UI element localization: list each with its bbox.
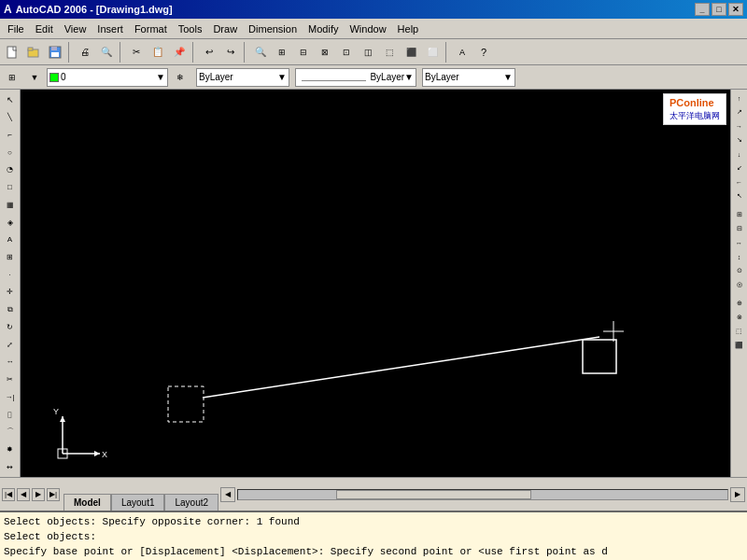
rt-btn10[interactable]: ⊟: [733, 222, 746, 235]
preview-btn[interactable]: 🔍: [96, 42, 117, 63]
select-btn[interactable]: ↖: [2, 91, 19, 108]
polyline-btn[interactable]: ⌐: [2, 126, 19, 143]
menu-insert[interactable]: Insert: [92, 21, 129, 36]
text-btn[interactable]: A: [2, 231, 19, 248]
scale-btn[interactable]: ⤢: [2, 336, 19, 353]
minimize-btn[interactable]: _: [695, 3, 710, 16]
close-btn[interactable]: ✕: [728, 3, 743, 16]
zoom5-btn[interactable]: ⊡: [336, 42, 357, 63]
rt-btn8[interactable]: ↖: [733, 189, 746, 203]
extend-btn[interactable]: →|: [2, 388, 19, 405]
menu-tools[interactable]: Tools: [173, 21, 208, 36]
menu-help[interactable]: Help: [392, 21, 425, 36]
open-btn[interactable]: [23, 42, 44, 63]
color-combo[interactable]: ByLayer ▼: [196, 68, 289, 87]
move-btn[interactable]: ✛: [2, 284, 19, 301]
rect-btn[interactable]: □: [2, 179, 19, 196]
hscroll-track[interactable]: [237, 489, 728, 500]
break-btn[interactable]: ⌷: [2, 406, 19, 423]
print-btn[interactable]: 🖨: [75, 42, 95, 63]
linetype-combo[interactable]: ByLayer ▼: [295, 68, 416, 87]
tab-layout1[interactable]: Layout1: [111, 494, 165, 511]
distance-btn[interactable]: ↭: [2, 458, 19, 475]
layer-mgr-btn[interactable]: ⊞: [2, 67, 22, 88]
menu-edit[interactable]: Edit: [30, 21, 59, 36]
hscroll-thumb[interactable]: [336, 490, 532, 499]
layer-states-btn[interactable]: ▼: [24, 67, 45, 88]
rt-btn5[interactable]: ↓: [733, 147, 746, 161]
zoom9-btn[interactable]: ⬜: [422, 42, 443, 63]
redo-btn[interactable]: ↪: [220, 42, 241, 63]
menu-dimension[interactable]: Dimension: [243, 21, 303, 36]
cmd-line1: Select objects: Specify opposite corner:…: [4, 514, 743, 529]
arc-btn[interactable]: ◔: [2, 161, 19, 178]
menu-file[interactable]: File: [2, 21, 30, 36]
zoom8-btn[interactable]: ⬛: [401, 42, 421, 63]
point-btn[interactable]: ·: [2, 266, 19, 283]
rt-btn14[interactable]: ◎: [733, 278, 746, 291]
rt-btn6[interactable]: ↙: [733, 161, 746, 175]
zoom4-btn[interactable]: ⊠: [315, 42, 335, 63]
rt-btn13[interactable]: ⊙: [733, 264, 746, 277]
zoom7-btn[interactable]: ⬚: [379, 42, 400, 63]
new-btn[interactable]: [2, 42, 22, 63]
rt-btn16[interactable]: ⊗: [733, 311, 746, 324]
save-btn[interactable]: [45, 42, 65, 63]
rt-btn15[interactable]: ⊕: [733, 297, 746, 310]
circle-btn[interactable]: ○: [2, 144, 19, 161]
menu-draw[interactable]: Draw: [207, 21, 243, 36]
menu-format[interactable]: Format: [129, 21, 173, 36]
copy-tool-btn[interactable]: ⧉: [2, 301, 19, 318]
rt-btn17[interactable]: ⬚: [733, 325, 746, 338]
zoom6-btn[interactable]: ◫: [358, 42, 378, 63]
trim-btn[interactable]: ✂: [2, 371, 19, 388]
paste-btn[interactable]: 📌: [169, 42, 190, 63]
tab-layout2[interactable]: Layout2: [164, 494, 218, 511]
title-bar: A AutoCAD 2006 - [Drawing1.dwg] _ □ ✕: [0, 0, 747, 19]
tab-first-btn[interactable]: |◀: [2, 488, 15, 501]
hscroll-area: ◀ ▶: [218, 478, 747, 511]
tab-next-btn[interactable]: ▶: [32, 488, 45, 501]
rt-btn1[interactable]: ↑: [733, 91, 746, 105]
tab-last-btn[interactable]: ▶|: [47, 488, 60, 501]
tab-model[interactable]: Model: [63, 494, 111, 511]
menu-modify[interactable]: Modify: [303, 21, 344, 36]
prop-btn[interactable]: A: [452, 42, 472, 63]
rt-btn11[interactable]: ↔: [733, 236, 746, 249]
hatch-btn[interactable]: ▦: [2, 196, 19, 213]
cut-btn[interactable]: ✂: [126, 42, 147, 63]
copy-btn[interactable]: 📋: [148, 42, 168, 63]
canvas-area[interactable]: Y X PConline 太平洋电脑网: [21, 90, 730, 477]
title-bar-controls: _ □ ✕: [695, 3, 743, 16]
line-btn[interactable]: ╲: [2, 109, 19, 126]
lineweight-combo[interactable]: ByLayer ▼: [422, 68, 515, 87]
rt-btn2[interactable]: ↗: [733, 105, 746, 119]
layer-combo[interactable]: 0 ▼: [47, 68, 168, 87]
fillet-btn[interactable]: ⌒: [2, 424, 19, 441]
rt-btn12[interactable]: ↕: [733, 250, 746, 263]
rotate-btn[interactable]: ↻: [2, 319, 19, 336]
menu-view[interactable]: View: [59, 21, 92, 36]
rt-btn3[interactable]: →: [733, 119, 746, 133]
linetype-dropdown-arrow: ▼: [404, 72, 414, 82]
zoom2-btn[interactable]: ⊞: [272, 42, 292, 63]
rt-btn4[interactable]: ↘: [733, 133, 746, 147]
left-toolbar: ↖ ╲ ⌐ ○ ◔ □ ▦ ◈ A ⊞ · ✛ ⧉ ↻ ⤢ ↔ ✂ →| ⌷ ⌒…: [0, 90, 21, 477]
layer-freeze-btn[interactable]: ❄: [170, 67, 190, 88]
rt-btn7[interactable]: ←: [733, 175, 746, 189]
stretch-btn[interactable]: ↔: [2, 354, 19, 371]
hscroll-right-btn[interactable]: ▶: [730, 487, 745, 502]
zoom3-btn[interactable]: ⊟: [293, 42, 314, 63]
explode-btn[interactable]: ✸: [2, 441, 19, 458]
menu-window[interactable]: Window: [344, 21, 391, 36]
maximize-btn[interactable]: □: [712, 3, 726, 16]
undo-btn[interactable]: ↩: [199, 42, 219, 63]
hscroll-left-btn[interactable]: ◀: [220, 487, 235, 502]
rt-btn9[interactable]: ⊞: [733, 208, 746, 221]
zoom-btn[interactable]: 🔍: [250, 42, 271, 63]
tab-prev-btn[interactable]: ◀: [17, 488, 30, 501]
help-btn[interactable]: ?: [473, 42, 494, 63]
insert-btn[interactable]: ⊞: [2, 249, 19, 266]
rt-btn18[interactable]: ⬛: [733, 339, 746, 352]
region-btn[interactable]: ◈: [2, 214, 19, 231]
